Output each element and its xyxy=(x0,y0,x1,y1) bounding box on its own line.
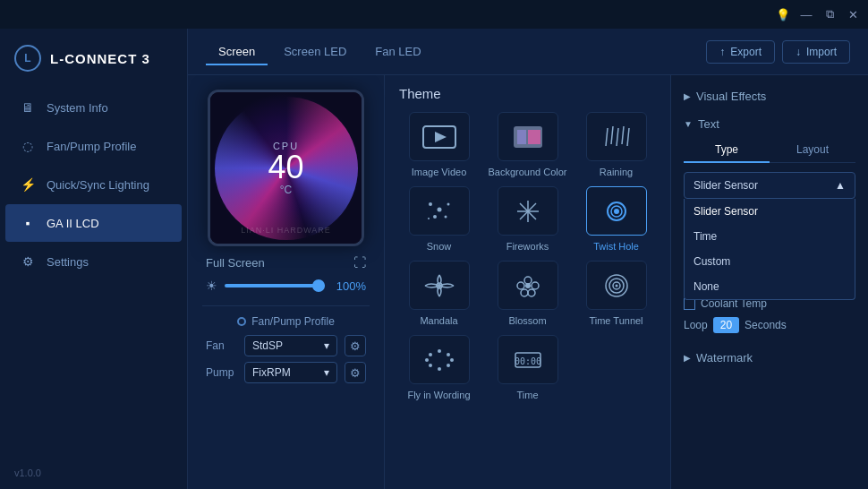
sidebar-item-settings[interactable]: ⚙ Settings xyxy=(5,243,182,280)
light-icon[interactable]: 💡 xyxy=(775,6,791,22)
fan-row: Fan StdSP ▾ ⚙ xyxy=(202,335,370,356)
dropdown-item-time[interactable]: Time xyxy=(685,224,855,249)
lcd-icon: ▪ xyxy=(20,215,36,231)
content-area: CPU 40 °C LIAN·LI HARDWARE Full Screen ⛶… xyxy=(188,75,868,489)
fullscreen-label: Full Screen xyxy=(206,256,265,270)
lightning-icon: ⚡ xyxy=(20,176,36,193)
brightness-thumb xyxy=(312,279,325,292)
svg-point-13 xyxy=(433,215,437,219)
sidebar-label-settings: Settings xyxy=(47,255,89,269)
theme-name-fireworks: Fireworks xyxy=(506,241,549,252)
sidebar-item-sync-lighting[interactable]: ⚡ Quick/Sync Lighting xyxy=(5,166,182,203)
svg-point-38 xyxy=(429,364,432,367)
svg-point-28 xyxy=(521,289,528,296)
svg-point-27 xyxy=(528,289,535,296)
tab-fan-led[interactable]: Fan LED xyxy=(362,39,433,65)
loop-row: Loop 20 Seconds xyxy=(684,317,855,333)
import-label: Import xyxy=(806,46,837,58)
sidebar-item-system-info[interactable]: 🖥 System Info xyxy=(5,89,182,126)
theme-name-time: Time xyxy=(516,390,538,400)
theme-item-mandala[interactable]: Mandala xyxy=(399,261,479,326)
svg-point-37 xyxy=(447,353,450,356)
sidebar-nav: 🖥 System Info ◌ Fan/Pump Profile ⚡ Quick… xyxy=(0,88,187,457)
gear-icon: ⚙ xyxy=(20,253,36,270)
theme-item-twist-hole[interactable]: Twist Hole xyxy=(576,186,656,252)
fan-chevron: ▾ xyxy=(324,339,329,352)
close-button[interactable]: ✕ xyxy=(845,6,861,22)
dropdown-item-custom[interactable]: Custom xyxy=(685,249,855,274)
tab-screen[interactable]: Screen xyxy=(206,39,268,65)
fan-pump-title: Fan/Pump Profile xyxy=(202,315,370,328)
title-bar-controls: 💡 — ⧉ ✕ xyxy=(775,6,861,22)
svg-line-9 xyxy=(627,128,629,146)
text-section-header[interactable]: ▼ Text xyxy=(684,117,855,131)
dropdown-item-slider-sensor[interactable]: Slider Sensor xyxy=(685,199,855,224)
fullscreen-row: Full Screen ⛶ xyxy=(202,255,370,270)
theme-item-time-tunnel[interactable]: Time Tunnel xyxy=(576,261,656,326)
pump-select[interactable]: FixRPM ▾ xyxy=(244,362,337,383)
theme-icon-twist-hole xyxy=(586,186,647,236)
svg-point-40 xyxy=(447,364,450,367)
svg-line-7 xyxy=(617,128,618,146)
restore-button[interactable]: ⧉ xyxy=(821,6,838,22)
minimize-button[interactable]: — xyxy=(798,6,814,22)
export-button[interactable]: ↑ Export xyxy=(706,40,775,64)
screen-preview: CPU 40 °C LIAN·LI HARDWARE xyxy=(208,90,364,246)
theme-icon-raining xyxy=(586,112,647,161)
theme-icon-fly-wording xyxy=(409,335,470,384)
theme-name-mandala: Mandala xyxy=(420,315,457,326)
export-icon: ↑ xyxy=(719,46,725,58)
right-panel: ▶ Visual Effects ▼ Text Type Layout xyxy=(671,75,868,489)
screen-watermark: LIAN·LI HARDWARE xyxy=(241,226,331,235)
type-layout-tabs: Type Layout xyxy=(684,138,855,163)
theme-item-fireworks[interactable]: Fireworks xyxy=(488,186,567,252)
theme-name-image-video: Image Video xyxy=(412,167,467,177)
fullscreen-icon[interactable]: ⛶ xyxy=(353,255,366,270)
brightness-icon: ☀ xyxy=(206,279,217,293)
logo-icon: L xyxy=(14,45,41,72)
theme-name-fly-wording: Fly in Wording xyxy=(407,390,470,400)
main-content: Screen Screen LED Fan LED ↑ Export ↓ Imp… xyxy=(188,29,868,489)
theme-item-bg-color[interactable]: Background Color xyxy=(488,112,567,177)
pump-gear-button[interactable]: ⚙ xyxy=(345,362,366,383)
theme-item-image-video[interactable]: Image Video xyxy=(399,112,479,177)
theme-icon-blossom xyxy=(498,261,558,310)
theme-icon-image-video xyxy=(409,112,470,161)
screen-unit: °C xyxy=(268,184,303,196)
tab-screen-led[interactable]: Screen LED xyxy=(271,39,359,65)
visual-effects-section: ▶ Visual Effects xyxy=(671,84,868,112)
sensor-dropdown[interactable]: Slider Sensor ▲ xyxy=(684,172,855,199)
theme-item-time[interactable]: 00:00 Time xyxy=(488,335,567,400)
sensor-dropdown-value: Slider Sensor xyxy=(694,179,758,192)
svg-point-26 xyxy=(532,282,539,289)
svg-line-5 xyxy=(606,128,608,146)
visual-effects-header[interactable]: ▶ Visual Effects xyxy=(684,90,855,103)
sidebar: L L-CONNECT 3 🖥 System Info ◌ Fan/Pump P… xyxy=(0,29,188,489)
loop-value: 20 xyxy=(713,317,739,333)
svg-text:00:00: 00:00 xyxy=(514,356,540,366)
sidebar-logo: L L-CONNECT 3 xyxy=(0,36,187,88)
svg-line-20 xyxy=(520,203,528,211)
sidebar-item-ga-ii-lcd[interactable]: ▪ GA II LCD xyxy=(5,204,182,242)
brightness-slider[interactable] xyxy=(225,284,325,287)
theme-item-snow[interactable]: Snow xyxy=(399,186,479,252)
text-chevron: ▼ xyxy=(684,119,693,129)
fan-gear-button[interactable]: ⚙ xyxy=(345,335,366,356)
sidebar-item-fan-pump[interactable]: ◌ Fan/Pump Profile xyxy=(5,127,182,165)
theme-item-fly-wording[interactable]: Fly in Wording xyxy=(399,335,479,400)
sidebar-label-sync-lighting: Quick/Sync Lighting xyxy=(47,178,149,192)
svg-point-36 xyxy=(438,349,441,353)
tab-layout[interactable]: Layout xyxy=(770,138,855,163)
theme-item-raining[interactable]: Raining xyxy=(576,112,656,177)
loop-label: Loop xyxy=(684,319,708,331)
tab-type[interactable]: Type xyxy=(684,138,770,163)
brightness-value: 100% xyxy=(332,279,366,293)
dropdown-item-none[interactable]: None xyxy=(685,274,855,299)
watermark-header[interactable]: ▶ Watermark xyxy=(684,351,855,365)
fan-pump-label: Fan/Pump Profile xyxy=(251,315,335,328)
import-icon: ↓ xyxy=(796,46,801,58)
loop-unit: Seconds xyxy=(745,319,787,331)
import-button[interactable]: ↓ Import xyxy=(782,40,850,64)
theme-item-blossom[interactable]: Blossom xyxy=(488,261,567,326)
fan-select[interactable]: StdSP ▾ xyxy=(244,335,337,356)
